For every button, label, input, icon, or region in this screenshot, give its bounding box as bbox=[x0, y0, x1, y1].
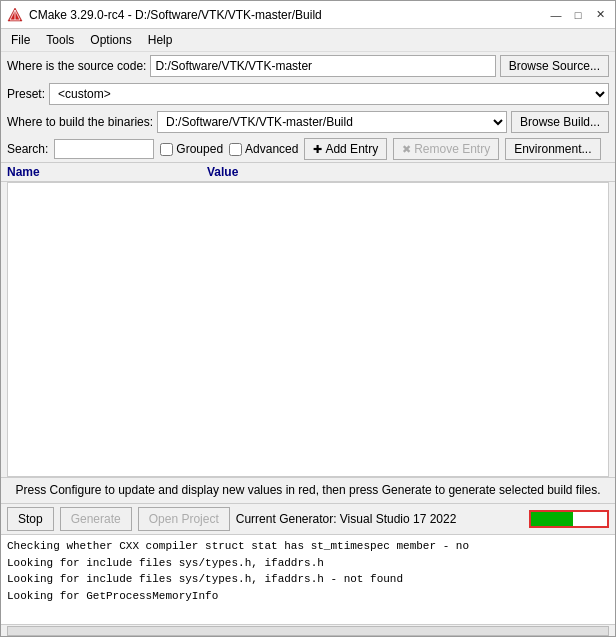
maximize-button[interactable]: □ bbox=[569, 6, 587, 24]
menu-tools[interactable]: Tools bbox=[40, 31, 80, 49]
advanced-label: Advanced bbox=[245, 142, 298, 156]
preset-label: Preset: bbox=[7, 87, 45, 101]
build-label: Where to build the binaries: bbox=[7, 115, 153, 129]
source-input[interactable] bbox=[150, 55, 495, 77]
scrollbar-row bbox=[1, 624, 615, 636]
generate-button[interactable]: Generate bbox=[60, 507, 132, 531]
remove-icon: ✖ bbox=[402, 143, 411, 156]
menu-options[interactable]: Options bbox=[84, 31, 137, 49]
search-row: Search: Grouped Advanced ✚ Add Entry ✖ R… bbox=[1, 136, 615, 162]
stop-button[interactable]: Stop bbox=[7, 507, 54, 531]
build-select[interactable]: D:/Software/VTK/VTK-master/Build bbox=[157, 111, 507, 133]
menu-file[interactable]: File bbox=[5, 31, 36, 49]
title-bar: CMake 3.29.0-rc4 - D:/Software/VTK/VTK-m… bbox=[1, 1, 615, 29]
log-line-2: Looking for include files sys/types.h, i… bbox=[7, 571, 609, 588]
browse-source-button[interactable]: Browse Source... bbox=[500, 55, 609, 77]
horizontal-scrollbar[interactable] bbox=[7, 626, 609, 636]
build-row: Where to build the binaries: D:/Software… bbox=[1, 108, 615, 136]
source-label: Where is the source code: bbox=[7, 59, 146, 73]
table-header: Name Value bbox=[1, 162, 615, 182]
progress-bar-container bbox=[529, 510, 609, 528]
generator-label: Current Generator: Visual Studio 17 2022 bbox=[236, 512, 523, 526]
window-title: CMake 3.29.0-rc4 - D:/Software/VTK/VTK-m… bbox=[29, 8, 541, 22]
window-controls: — □ ✕ bbox=[547, 6, 609, 24]
bottom-toolbar: Stop Generate Open Project Current Gener… bbox=[1, 503, 615, 534]
preset-select[interactable]: <custom> bbox=[49, 83, 609, 105]
remove-entry-button[interactable]: ✖ Remove Entry bbox=[393, 138, 499, 160]
log-line-3: Looking for GetProcessMemoryInfo bbox=[7, 588, 609, 605]
remove-entry-label: Remove Entry bbox=[414, 142, 490, 156]
grouped-label: Grouped bbox=[176, 142, 223, 156]
add-entry-button[interactable]: ✚ Add Entry bbox=[304, 138, 387, 160]
menu-bar: File Tools Options Help bbox=[1, 29, 615, 52]
name-column-header: Name bbox=[7, 165, 207, 179]
add-entry-label: Add Entry bbox=[325, 142, 378, 156]
open-project-button[interactable]: Open Project bbox=[138, 507, 230, 531]
log-area[interactable]: Checking whether CXX compiler struct sta… bbox=[1, 534, 615, 624]
grouped-checkbox-label[interactable]: Grouped bbox=[160, 142, 223, 156]
search-input[interactable] bbox=[54, 139, 154, 159]
main-window: CMake 3.29.0-rc4 - D:/Software/VTK/VTK-m… bbox=[0, 0, 616, 637]
log-line-0: Checking whether CXX compiler struct sta… bbox=[7, 538, 609, 555]
browse-build-button[interactable]: Browse Build... bbox=[511, 111, 609, 133]
preset-row: Preset: <custom> bbox=[1, 80, 615, 108]
value-column-header: Value bbox=[207, 165, 609, 179]
cmake-icon bbox=[7, 7, 23, 23]
grouped-checkbox[interactable] bbox=[160, 143, 173, 156]
close-button[interactable]: ✕ bbox=[591, 6, 609, 24]
menu-help[interactable]: Help bbox=[142, 31, 179, 49]
search-label: Search: bbox=[7, 142, 48, 156]
add-icon: ✚ bbox=[313, 143, 322, 156]
source-row: Where is the source code: Browse Source.… bbox=[1, 52, 615, 80]
progress-bar-fill bbox=[531, 512, 573, 526]
status-text: Press Configure to update and display ne… bbox=[1, 477, 615, 503]
advanced-checkbox[interactable] bbox=[229, 143, 242, 156]
table-body[interactable] bbox=[7, 182, 609, 477]
environment-button[interactable]: Environment... bbox=[505, 138, 600, 160]
log-line-1: Looking for include files sys/types.h, i… bbox=[7, 555, 609, 572]
minimize-button[interactable]: — bbox=[547, 6, 565, 24]
advanced-checkbox-label[interactable]: Advanced bbox=[229, 142, 298, 156]
